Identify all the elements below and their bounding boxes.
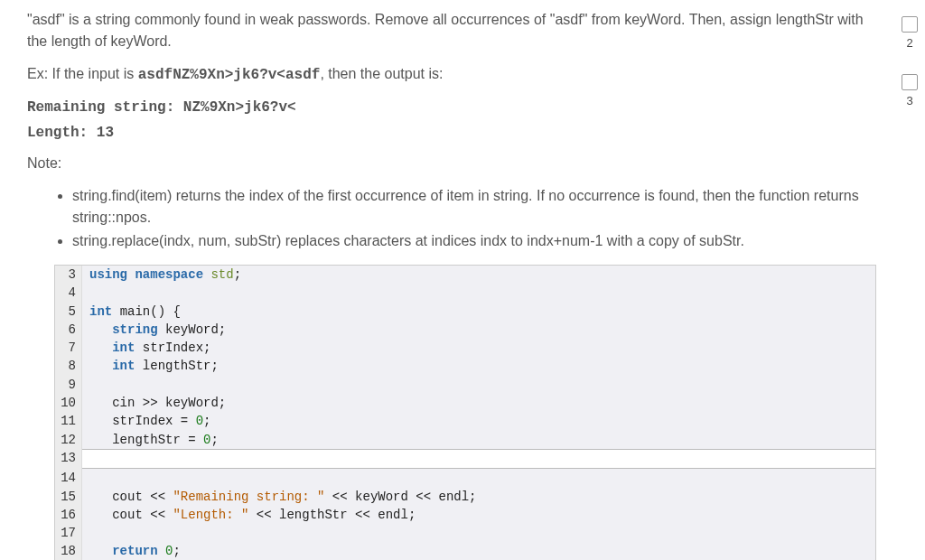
note-label: Note: (27, 153, 876, 174)
code-row[interactable]: 17 (55, 524, 875, 542)
problem-container: 2 3 "asdf" is a string commonly found in… (27, 9, 876, 560)
widget-1-num: 2 (906, 34, 912, 52)
code-line[interactable]: return 0; (82, 542, 875, 560)
line-number: 5 (55, 303, 82, 321)
code-row[interactable]: 16 cout << "Length: " << lengthStr << en… (55, 506, 875, 524)
code-row[interactable]: 9 (55, 376, 875, 394)
right-widgets: 2 3 (902, 16, 918, 109)
note-list: string.find(item) returns the index of t… (72, 185, 876, 252)
desc-p2-post: , then the output is: (320, 66, 443, 81)
line-number: 14 (55, 469, 82, 487)
code-row[interactable]: 5int main() { (55, 303, 875, 321)
code-row[interactable]: 12 lengthStr = 0; (55, 431, 875, 449)
output-line-2: Length: 13 (27, 122, 876, 144)
code-row[interactable]: 3using namespace std; (55, 266, 875, 284)
widget-1: 2 (902, 16, 918, 52)
line-number: 16 (55, 506, 82, 524)
line-number: 11 (55, 412, 82, 430)
desc-p2: Ex: If the input is asdfNZ%9Xn>jk6?v<asd… (27, 63, 876, 86)
code-line[interactable]: strIndex = 0; (82, 412, 875, 430)
code-line[interactable]: using namespace std; (82, 266, 875, 284)
line-number: 6 (55, 321, 82, 339)
desc-p2-mono: asdfNZ%9Xn>jk6?v<asdf (138, 67, 321, 83)
line-number: 15 (55, 488, 82, 506)
code-line[interactable]: int main() { (82, 303, 875, 321)
code-line[interactable]: cout << "Length: " << lengthStr << endl; (82, 506, 875, 524)
code-line[interactable] (82, 284, 875, 302)
code-row[interactable]: 7 int strIndex; (55, 339, 875, 357)
widget-2: 3 (902, 74, 918, 110)
desc-p1: "asdf" is a string commonly found in wea… (27, 9, 876, 52)
line-number: 12 (55, 431, 82, 449)
code-row[interactable]: 4 (55, 284, 875, 302)
code-line[interactable]: cout << "Remaining string: " << keyWord … (82, 488, 875, 506)
line-number: 3 (55, 266, 82, 284)
checkbox-1[interactable] (902, 16, 918, 33)
line-number: 17 (55, 524, 82, 542)
line-number: 13 (55, 449, 82, 469)
code-row[interactable]: 11 strIndex = 0; (55, 412, 875, 430)
code-line[interactable]: string keyWord; (82, 321, 875, 339)
code-editor[interactable]: 3using namespace std;4 5int main() {6 st… (54, 265, 876, 560)
code-line[interactable]: cin >> keyWord; (82, 394, 875, 412)
code-line[interactable] (82, 376, 875, 394)
line-number: 10 (55, 394, 82, 412)
note-bullet: string.find(item) returns the index of t… (72, 185, 876, 229)
line-number: 4 (55, 284, 82, 302)
code-line[interactable]: int strIndex; (82, 339, 875, 357)
code-row[interactable]: 8 int lengthStr; (55, 357, 875, 375)
code-row[interactable]: 6 string keyWord; (55, 321, 875, 339)
code-line[interactable]: lengthStr = 0; (82, 431, 875, 449)
code-row[interactable]: 10 cin >> keyWord; (55, 394, 875, 412)
code-row[interactable]: 13 (55, 449, 875, 469)
code-line[interactable] (82, 524, 875, 542)
code-row[interactable]: 14 (55, 469, 875, 487)
code-row[interactable]: 18 return 0; (55, 542, 875, 560)
code-row[interactable]: 15 cout << "Remaining string: " << keyWo… (55, 488, 875, 506)
code-line[interactable] (82, 469, 875, 487)
code-line[interactable]: int lengthStr; (82, 357, 875, 375)
line-number: 18 (55, 542, 82, 560)
problem-description: "asdf" is a string commonly found in wea… (27, 9, 876, 252)
code-line[interactable] (82, 449, 875, 469)
note-bullet: string.replace(indx, num, subStr) replac… (72, 230, 876, 252)
line-number: 7 (55, 339, 82, 357)
line-number: 8 (55, 357, 82, 375)
checkbox-2[interactable] (902, 74, 918, 90)
desc-p2-pre: Ex: If the input is (27, 66, 138, 81)
line-number: 9 (55, 376, 82, 394)
output-line-1: Remaining string: NZ%9Xn>jk6?v< (27, 97, 876, 118)
widget-2-num: 3 (906, 92, 912, 110)
